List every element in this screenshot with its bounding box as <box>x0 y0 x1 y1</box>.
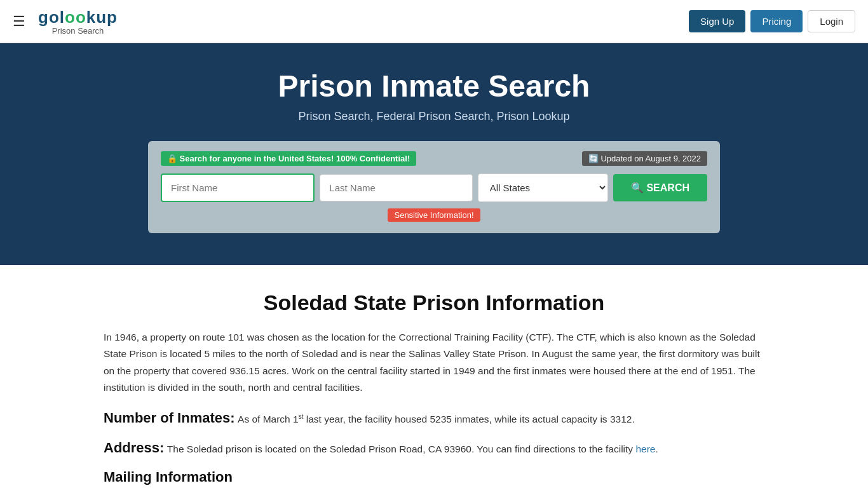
search-fields: All StatesAlabamaAlaskaArizonaArkansasCa… <box>161 173 707 202</box>
logo-after: kup <box>86 8 118 27</box>
hero-title: Prison Inmate Search <box>13 69 855 104</box>
inmates-section: Number of Inmates: As of March 1st last … <box>104 410 764 428</box>
logo-before: gol <box>38 8 65 27</box>
state-select[interactable]: All StatesAlabamaAlaskaArizonaArkansasCa… <box>478 173 608 202</box>
logo-subtitle: Prison Search <box>52 26 104 36</box>
content-title: Soledad State Prison Information <box>104 290 764 315</box>
mailing-section: Mailing Information The all staff mailin… <box>104 469 764 488</box>
menu-icon[interactable]: ☰ <box>13 13 25 30</box>
inmates-text: As of March 1st last year, the facility … <box>238 414 635 424</box>
inmates-label: Number of Inmates: <box>104 410 235 426</box>
address-section: Address: The Soledad prison is located o… <box>104 440 764 458</box>
mailing-title: Mailing Information <box>104 469 764 485</box>
address-text: The Soledad prison is located on the Sol… <box>167 444 658 454</box>
main-content: Soledad State Prison Information In 1946… <box>85 265 783 488</box>
confidential-badge: 🔒 Search for anyone in the United States… <box>161 151 416 166</box>
address-period: . <box>655 444 658 454</box>
content-intro: In 1946, a property on route 101 was cho… <box>104 329 764 396</box>
signup-button[interactable]: Sign Up <box>689 10 745 32</box>
inmates-text2: last year, the facility housed 5235 inma… <box>303 414 634 424</box>
logo-accent: oo <box>65 8 86 27</box>
inmates-text1: As of March 1 <box>238 414 299 424</box>
logo-text: golookup <box>38 8 118 27</box>
first-name-input[interactable] <box>161 173 315 202</box>
logo[interactable]: golookup Prison Search <box>38 8 118 36</box>
search-button[interactable]: 🔍 SEARCH <box>613 174 707 201</box>
sensitive-area: Sensitive Information! <box>161 208 707 222</box>
updated-badge: 🔄 Updated on August 9, 2022 <box>582 151 707 166</box>
search-top-bar: 🔒 Search for anyone in the United States… <box>161 151 707 166</box>
sensitive-badge: Sensitive Information! <box>388 208 480 222</box>
pricing-button[interactable]: Pricing <box>750 10 803 32</box>
hero-section: Prison Inmate Search Prison Search, Fede… <box>0 43 868 265</box>
search-box: 🔒 Search for anyone in the United States… <box>148 141 720 233</box>
here-link[interactable]: here <box>635 444 655 454</box>
login-button[interactable]: Login <box>808 10 855 32</box>
address-label: Address: <box>104 440 164 456</box>
address-body: The Soledad prison is located on the Sol… <box>167 444 636 454</box>
navbar-actions: Sign Up Pricing Login <box>689 10 855 32</box>
hero-subtitle: Prison Search, Federal Prison Search, Pr… <box>13 110 855 123</box>
last-name-input[interactable] <box>320 174 472 201</box>
navbar: ☰ golookup Prison Search Sign Up Pricing… <box>0 0 868 43</box>
